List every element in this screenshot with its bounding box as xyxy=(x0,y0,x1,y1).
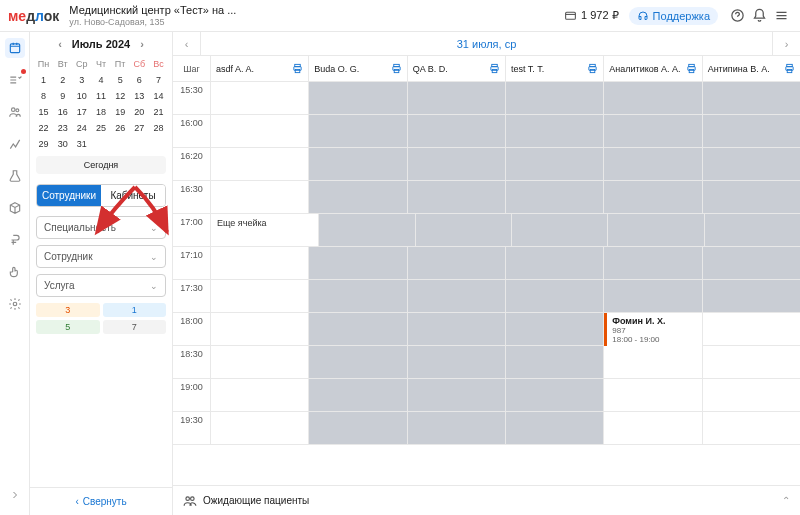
schedule-cell[interactable] xyxy=(705,214,800,246)
print-icon[interactable] xyxy=(391,63,402,74)
cal-day[interactable]: 10 xyxy=(72,88,91,104)
schedule-cell[interactable] xyxy=(703,412,800,444)
date-next-icon[interactable]: › xyxy=(772,32,800,55)
rail-lab-icon[interactable] xyxy=(5,166,25,186)
resource-column-header[interactable]: test T. T. xyxy=(506,56,604,81)
schedule-cell[interactable]: Еще ячейка xyxy=(211,214,319,246)
print-icon[interactable] xyxy=(587,63,598,74)
schedule-cell[interactable] xyxy=(211,115,309,147)
print-icon[interactable] xyxy=(292,63,303,74)
cal-day[interactable]: 11 xyxy=(91,88,110,104)
clinic-selector[interactable]: Медицинский центр «Тест» на ... ул. Ново… xyxy=(69,4,236,28)
menu-icon[interactable] xyxy=(770,5,792,27)
schedule-cell[interactable] xyxy=(211,247,309,279)
schedule-cell[interactable] xyxy=(703,280,800,312)
chip-7[interactable]: 7 xyxy=(103,320,167,334)
schedule-cell[interactable] xyxy=(604,148,702,180)
cal-day[interactable]: 27 xyxy=(130,120,149,136)
schedule-cell[interactable] xyxy=(703,82,800,114)
support-button[interactable]: Поддержка xyxy=(629,7,718,25)
cal-day[interactable]: 12 xyxy=(111,88,130,104)
resource-column-header[interactable]: QA B. D. xyxy=(408,56,506,81)
cal-day[interactable]: 6 xyxy=(130,72,149,88)
schedule-cell[interactable] xyxy=(604,115,702,147)
rail-calendar-icon[interactable] xyxy=(5,38,25,58)
schedule-cell[interactable] xyxy=(512,214,608,246)
schedule-cell[interactable] xyxy=(211,82,309,114)
cal-day[interactable]: 23 xyxy=(53,120,72,136)
step-label[interactable]: Шаг xyxy=(173,56,211,81)
schedule-cell[interactable] xyxy=(408,115,506,147)
bell-icon[interactable] xyxy=(748,5,770,27)
cal-day[interactable]: 25 xyxy=(91,120,110,136)
schedule-cell[interactable] xyxy=(506,247,604,279)
cal-day[interactable]: 24 xyxy=(72,120,91,136)
print-icon[interactable] xyxy=(489,63,500,74)
schedule-cell[interactable] xyxy=(319,214,415,246)
cal-day[interactable]: 14 xyxy=(149,88,168,104)
schedule-cell[interactable] xyxy=(604,379,702,411)
schedule-cell[interactable] xyxy=(309,280,407,312)
schedule-cell[interactable] xyxy=(506,346,604,378)
schedule-cell[interactable] xyxy=(309,379,407,411)
cal-day[interactable]: 18 xyxy=(91,104,110,120)
schedule-cell[interactable] xyxy=(604,247,702,279)
resource-column-header[interactable]: Buda O. G. xyxy=(309,56,407,81)
schedule-cell[interactable] xyxy=(703,346,800,378)
cal-next-icon[interactable]: › xyxy=(136,38,148,50)
schedule-cell[interactable] xyxy=(211,313,309,345)
schedule-cell[interactable] xyxy=(506,313,604,345)
rail-stats-icon[interactable] xyxy=(5,134,25,154)
schedule-cell[interactable] xyxy=(506,181,604,213)
balance[interactable]: 1 972 ₽ xyxy=(564,9,619,22)
schedule-cell[interactable] xyxy=(211,379,309,411)
schedule-cell[interactable] xyxy=(703,313,800,345)
schedule-cell[interactable] xyxy=(309,115,407,147)
schedule-cell[interactable] xyxy=(703,379,800,411)
schedule-cell[interactable] xyxy=(506,82,604,114)
cal-day[interactable]: 9 xyxy=(53,88,72,104)
cal-day[interactable]: 15 xyxy=(34,104,53,120)
schedule-cell[interactable] xyxy=(703,247,800,279)
waiting-patients-bar[interactable]: Ожидающие пациенты ⌃ xyxy=(173,485,800,515)
schedule-cell[interactable] xyxy=(309,82,407,114)
schedule-cell[interactable] xyxy=(604,82,702,114)
rail-box-icon[interactable] xyxy=(5,198,25,218)
resource-column-header[interactable]: Антипина В. А. xyxy=(703,56,800,81)
resource-column-header[interactable]: Аналитиков А. А. xyxy=(604,56,702,81)
schedule-cell[interactable] xyxy=(703,115,800,147)
chip-1[interactable]: 1 xyxy=(103,303,167,317)
schedule-cell[interactable] xyxy=(408,82,506,114)
schedule-cell[interactable] xyxy=(211,412,309,444)
cal-day[interactable]: 20 xyxy=(130,104,149,120)
schedule-cell[interactable] xyxy=(703,181,800,213)
rail-settings-icon[interactable] xyxy=(5,294,25,314)
cal-day[interactable]: 19 xyxy=(111,104,130,120)
schedule-cell[interactable] xyxy=(604,280,702,312)
schedule-cell[interactable] xyxy=(211,181,309,213)
schedule-cell[interactable] xyxy=(408,247,506,279)
cal-day[interactable]: 28 xyxy=(149,120,168,136)
schedule-cell[interactable] xyxy=(211,346,309,378)
schedule-cell[interactable] xyxy=(309,346,407,378)
cal-prev-icon[interactable]: ‹ xyxy=(54,38,66,50)
schedule-cell[interactable] xyxy=(309,181,407,213)
service-select[interactable]: Услуга⌄ xyxy=(36,274,166,297)
help-icon[interactable] xyxy=(726,5,748,27)
schedule-cell[interactable] xyxy=(309,313,407,345)
cal-day[interactable]: 2 xyxy=(53,72,72,88)
schedule-cell[interactable] xyxy=(604,346,702,378)
schedule-cell[interactable] xyxy=(506,379,604,411)
schedule-cell[interactable] xyxy=(408,379,506,411)
cal-day[interactable]: 5 xyxy=(111,72,130,88)
schedule-cell[interactable] xyxy=(506,148,604,180)
schedule-cell[interactable] xyxy=(604,412,702,444)
cal-day[interactable]: 3 xyxy=(72,72,91,88)
schedule-cell[interactable] xyxy=(506,412,604,444)
chip-5[interactable]: 5 xyxy=(36,320,100,334)
cal-day[interactable]: 26 xyxy=(111,120,130,136)
collapse-button[interactable]: ‹ Свернуть xyxy=(30,487,172,515)
schedule-cell[interactable] xyxy=(211,148,309,180)
schedule-cell[interactable] xyxy=(408,313,506,345)
schedule-cell[interactable]: Фомин И. Х.98718:00 - 19:00🕐 xyxy=(604,313,702,345)
